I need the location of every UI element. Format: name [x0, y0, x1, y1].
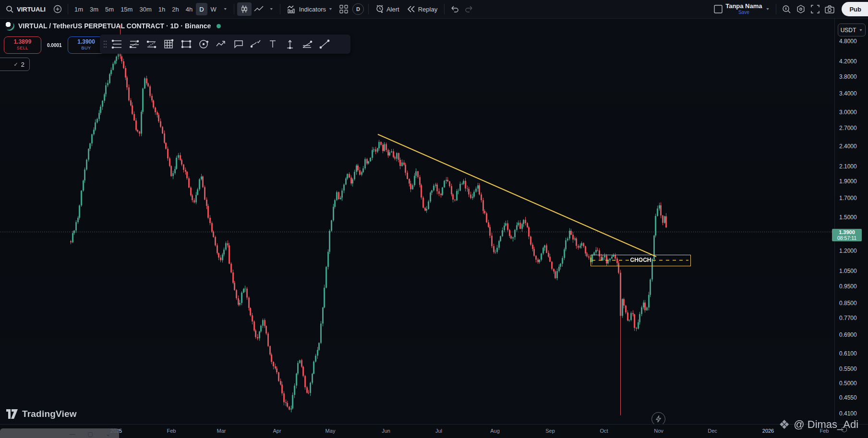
callout-tool[interactable] [229, 36, 247, 52]
trend-line-tool[interactable] [316, 36, 333, 52]
timeframe-1m[interactable]: 1m [71, 3, 86, 15]
settings-button[interactable] [794, 2, 808, 16]
fib-wedge-tool[interactable] [299, 36, 316, 52]
check-icon: ✓ [14, 61, 18, 68]
timeframe-30m[interactable]: 30m [136, 3, 155, 15]
layout-grid-button[interactable] [337, 2, 351, 16]
candlestick-chart[interactable] [0, 0, 868, 438]
price-axis[interactable]: USDT ▼ 1.3900 08:57:11 4.80004.20003.800… [834, 19, 868, 425]
fib-retracement-tool[interactable] [108, 36, 126, 52]
drag-handle-icon[interactable] [102, 38, 108, 50]
save-label[interactable]: Save [738, 9, 749, 15]
price-tick: 2.4000 [839, 143, 857, 150]
time-tick-Feb: Feb [167, 428, 176, 434]
timeframe-more-button[interactable]: ▼ [220, 3, 231, 15]
layout-name-button[interactable]: Tanpa Nama Save [725, 3, 762, 15]
undo-arrow-icon [450, 6, 459, 12]
sell-button[interactable]: 1.3899 SELL [4, 36, 41, 54]
timeframe-15m[interactable]: 15m [117, 3, 136, 15]
toolbar-separator [280, 4, 280, 14]
gear-hexagon-icon [796, 4, 806, 14]
time-tick-Aug: Aug [490, 428, 500, 434]
minimize-icon[interactable]: — [70, 431, 75, 438]
price-tick: 4.8000 [839, 38, 857, 45]
symbol-info-row[interactable]: VIRTUAL / TetherUS PERPETUAL CONTRACT · … [5, 21, 221, 31]
toolbar-separator [68, 4, 68, 14]
time-tick-Nov: Nov [654, 428, 663, 434]
timeframe-4h[interactable]: 4h [182, 3, 196, 15]
interval-badge-button[interactable]: D [351, 2, 365, 16]
timeframe-2h[interactable]: 2h [169, 3, 182, 15]
chart-style-candles-button[interactable] [237, 2, 252, 16]
line-tool-quick-button[interactable] [252, 2, 266, 16]
drawings-count-badge[interactable]: ✓ 2 [0, 58, 30, 71]
timeframe-W[interactable]: W [207, 3, 220, 15]
layout-select-button[interactable] [711, 2, 725, 16]
timeframe-group: 1m3m5m15m30m1h2h4hDW [71, 3, 220, 15]
trend-arrow-tool[interactable] [212, 36, 229, 52]
rectangle-tool[interactable] [178, 36, 195, 52]
alert-button[interactable]: Alert [372, 2, 403, 16]
price-tick: 4.2000 [839, 58, 857, 65]
brush-check-tool[interactable] [247, 36, 264, 52]
currency-toggle-button[interactable]: USDT ▼ [838, 24, 866, 36]
gann-box-tool[interactable] [160, 36, 178, 52]
redo-button[interactable] [462, 2, 476, 16]
price-tick: 1.9000 [839, 178, 857, 185]
buy-button[interactable]: 1.3900 BUY [68, 36, 105, 54]
market-open-dot-icon [217, 24, 221, 28]
bar-countdown: 08:57:11 [837, 235, 856, 241]
price-tick: 1.0500 [839, 268, 857, 274]
quick-search-button[interactable] [779, 2, 794, 16]
price-tick: 0.5500 [839, 366, 857, 372]
time-tick-Dec: Dec [708, 428, 717, 434]
price-tick: 3.8000 [839, 73, 857, 80]
fullscreen-icon [811, 5, 820, 13]
timeframe-5m[interactable]: 5m [102, 3, 117, 15]
sell-price: 1.3899 [14, 39, 32, 45]
parallel-channel-tool[interactable] [143, 36, 160, 52]
symbol-query-text: VIRTUALI [17, 6, 46, 13]
publish-button[interactable]: Pub [842, 2, 868, 16]
chart-style-dropdown[interactable]: ▼ [266, 3, 277, 15]
symbol-logo-icon [5, 21, 14, 31]
bottom-left-panel[interactable]: — ▢ ⌄ [0, 428, 119, 438]
toolbar-right: Tanpa Nama Save ▼ Pub [711, 0, 868, 18]
price-tick: 2.1000 [839, 163, 857, 170]
choch-annotation-box[interactable]: CHOCH [591, 255, 691, 266]
timeframe-1h[interactable]: 1h [155, 3, 169, 15]
chevron-down-icon: ▼ [223, 7, 228, 11]
chevron-down-icon[interactable]: ⌄ [106, 431, 110, 438]
tradingview-logo[interactable]: TradingView [6, 409, 77, 419]
snapshot-button[interactable] [822, 2, 837, 16]
fullscreen-button[interactable] [808, 2, 822, 16]
price-tick: 0.6900 [839, 331, 857, 338]
candlestick-icon [240, 5, 249, 13]
add-symbol-button[interactable] [50, 2, 65, 16]
text-tool[interactable] [264, 36, 281, 52]
last-price-value: 1.3900 [839, 229, 855, 235]
maximize-icon[interactable]: ▢ [88, 431, 93, 438]
chevron-down-icon: ▼ [328, 7, 333, 11]
trend-based-fib-tool[interactable] [126, 36, 143, 52]
undo-button[interactable] [447, 2, 462, 16]
price-tick: 0.8500 [839, 300, 857, 307]
replay-button[interactable]: Replay [403, 2, 441, 16]
price-range-tool[interactable] [281, 36, 299, 52]
time-axis[interactable]: 2025FebMarAprMayJunJulAugSepOctNovDec202… [0, 424, 868, 438]
indicators-button[interactable]: Indicators ▼ [283, 2, 337, 16]
watermark-handle: @ Dimas_Adi [794, 418, 858, 431]
alert-clock-icon [375, 5, 384, 13]
symbol-title[interactable]: VIRTUAL / TetherUS PERPETUAL CONTRACT · … [18, 22, 211, 30]
layout-dropdown[interactable]: ▼ [762, 3, 773, 15]
sell-label: SELL [17, 45, 28, 51]
ellipse-tool[interactable] [195, 36, 212, 52]
timeframe-D[interactable]: D [196, 3, 207, 15]
tradingview-chart-app: { "toolbar": { "symbol_query": "VIRTUALI… [0, 0, 868, 438]
time-tick-Apr: Apr [273, 428, 281, 434]
indicators-icon [287, 5, 297, 13]
timeframe-3m[interactable]: 3m [86, 3, 102, 15]
time-tick-2026: 2026 [762, 428, 774, 434]
symbol-search-button[interactable]: VIRTUALI [4, 2, 50, 16]
toolbar-separator [368, 4, 369, 14]
